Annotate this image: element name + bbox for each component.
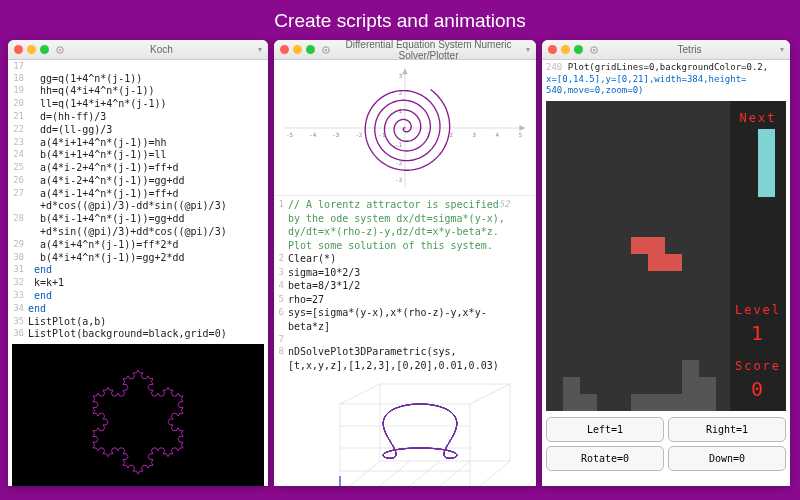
code-line: by the ode system dx/dt=sigma*(y-x), [274,212,536,226]
zoom-icon[interactable] [306,45,315,54]
code-line: 27 a(4*i-1+4^n*(j-1))=ff+d [8,188,268,201]
code-line: 4beta=8/3*1/2 [274,279,536,293]
gear-icon [321,45,331,55]
close-icon[interactable] [14,45,23,54]
rotate-button[interactable]: Rotate=0 [546,446,664,471]
block-red [648,237,665,254]
svg-text:5: 5 [519,131,522,137]
block-gray [580,394,597,411]
code-line: beta*z] [274,320,536,334]
svg-text:-3: -3 [395,176,402,182]
code-line: 22 dd=(ll-gg)/3 [8,124,268,137]
window-title: Differential Equation System Numeric Sol… [331,40,526,61]
chevron-down-icon[interactable]: ▾ [526,45,530,54]
svg-point-29 [593,49,595,51]
window-diff: Differential Equation System Numeric Sol… [274,40,536,486]
block-red [648,254,665,271]
code-line: 2Clear(*) [274,252,536,266]
code-line: 23 a(4*i+1+4^n*(j-1))=hh [8,137,268,150]
block-red [665,254,682,271]
block-gray [563,377,580,394]
left-button[interactable]: Left=1 [546,417,664,442]
level-label: Level [735,303,781,317]
block-gray [682,377,699,394]
code-line: 30 b(4*i+4^n*(j-1))=gg+2*dd [8,252,268,265]
svg-text:2: 2 [449,131,452,137]
code-line: [t,x,y,z],[1,2,3],[0,20],0.01,0.03) [274,359,536,373]
block-gray [682,360,699,377]
titlebar-koch[interactable]: Koch ▾ [8,40,268,60]
code-text: x=[0,14.5],y=[0,21],width=384,height= [546,74,746,84]
block-gray [665,394,682,411]
window-tetris: Tetris ▾ 240 Plot(gridLines=0,background… [542,40,790,486]
minimize-icon[interactable] [293,45,302,54]
code-editor-koch[interactable]: 1718 gg=q(1+4^n*(j-1))19 hh=q(4*i+4^n*(j… [8,60,268,342]
plot-lorenz-3d: x [274,374,536,486]
svg-marker-22 [519,125,525,131]
right-button[interactable]: Right=1 [668,417,786,442]
svg-text:4: 4 [496,131,500,137]
window-title: Koch [65,44,258,55]
svg-text:3: 3 [399,72,403,78]
svg-point-3 [325,49,327,51]
svg-text:-2: -2 [355,131,362,137]
block-gray [699,377,716,394]
svg-text:-1: -1 [395,142,402,148]
tetris-sidebar: Next Level 1 Score 0 [730,101,786,411]
tetris-playfield: Next Level 1 Score 0 [546,101,786,411]
next-piece-box [738,129,778,207]
close-icon[interactable] [548,45,557,54]
code-line: 7 [274,333,536,345]
window-title: Tetris [599,44,780,55]
down-button[interactable]: Down=0 [668,446,786,471]
plot-spiral-2d: -5-4-3-2-112345 -3-2-1123 [274,60,536,196]
code-line: +d*sin((@pi)/3)+dd*cos((@pi)/3) [8,226,268,239]
code-line: 25 a(4*i-2+4^n*(j-1))=ff+d [8,162,268,175]
chevron-down-icon[interactable]: ▾ [780,45,784,54]
code-line: 32 k=k+1 [8,277,268,290]
code-line: 24 b(4*i+1+4^n*(j-1))=ll [8,149,268,162]
code-editor-diff[interactable]: 1// A lorentz attractor is specified52by… [274,196,536,374]
code-line: 6sys=[sigma*(y-x),x*(rho-z)-y,x*y- [274,306,536,320]
gear-icon [589,45,599,55]
next-label: Next [740,111,777,125]
code-line: 33 end [8,290,268,303]
close-icon[interactable] [280,45,289,54]
gear-icon [55,45,65,55]
svg-text:-4: -4 [309,131,316,137]
titlebar-diff[interactable]: Differential Equation System Numeric Sol… [274,40,536,60]
block-gray [682,394,699,411]
block-cyan [758,146,775,163]
code-line: 21 d=(hh-ff)/3 [8,111,268,124]
minimize-icon[interactable] [27,45,36,54]
zoom-icon[interactable] [40,45,49,54]
block-gray [563,394,580,411]
score-value: 0 [751,377,765,401]
block-red [631,237,648,254]
score-label: Score [735,359,781,373]
chevron-down-icon[interactable]: ▾ [258,45,262,54]
code-line: Plot some solution of this system. [274,239,536,253]
window-koch: Koch ▾ 1718 gg=q(1+4^n*(j-1))19 hh=q(4*i… [8,40,268,486]
code-line: 20 ll=q(1+4*i+4^n*(j-1)) [8,98,268,111]
code-line: 31 end [8,264,268,277]
page-title: Create scripts and animations [0,0,800,40]
code-editor-tetris[interactable]: 240 Plot(gridLines=0,backgroundColor=0.2… [542,60,790,99]
svg-marker-23 [402,68,408,74]
plot-koch-snowflake [12,344,264,486]
code-line: dy/dt=x*(rho-z)-y,dz/dt=x*y-beta*z. [274,225,536,239]
code-text: 540,move=0,zoom=0) [546,85,644,95]
svg-text:3: 3 [472,131,476,137]
code-line: +d*cos((@pi)/3)-dd*sin((@pi)/3) [8,200,268,213]
titlebar-tetris[interactable]: Tetris ▾ [542,40,790,60]
zoom-icon[interactable] [574,45,583,54]
block-cyan [758,163,775,180]
block-gray [699,394,716,411]
code-line: 26 a(4*i-2+4^n*(j-1))=gg+dd [8,175,268,188]
level-value: 1 [751,321,765,345]
svg-point-1 [59,49,61,51]
code-line: 29 a(4*i+4^n*(j-1))=ff*2*d [8,239,268,252]
code-line: 19 hh=q(4*i+4^n*(j-1)) [8,85,268,98]
minimize-icon[interactable] [561,45,570,54]
block-gray [648,394,665,411]
